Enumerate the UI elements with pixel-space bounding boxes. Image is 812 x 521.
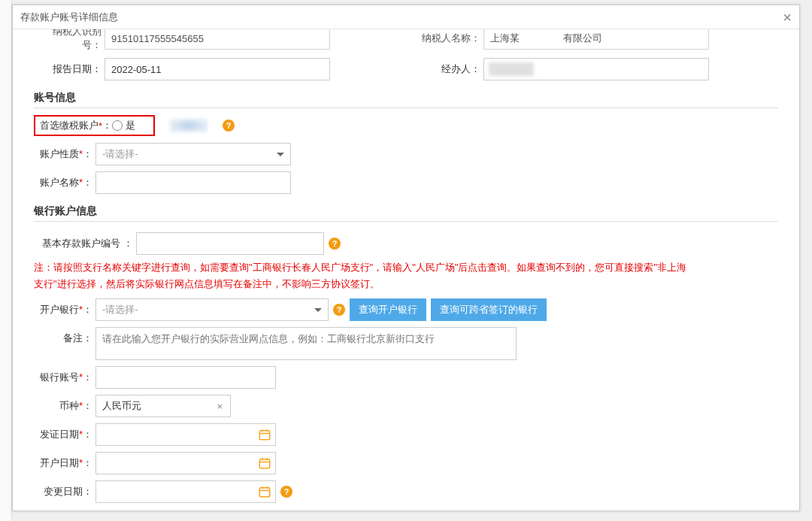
svg-rect-8 — [259, 488, 270, 497]
handler-value-redacted — [489, 62, 534, 76]
remark-label: 备注： — [34, 327, 92, 345]
calendar-icon[interactable] — [256, 426, 273, 443]
clear-icon[interactable]: × — [217, 401, 223, 412]
modal-header: 存款账户账号详细信息 × — [13, 5, 799, 29]
section-account-info: 账号信息 — [34, 91, 778, 105]
remark-textarea[interactable] — [95, 327, 517, 360]
radio-preferred-no-redacted — [170, 119, 208, 132]
help-icon[interactable]: ? — [333, 304, 345, 316]
account-type-label: 账户性质*： — [34, 147, 92, 161]
modal-dialog: 存款账户账号详细信息 × 纳税人识别号： 纳税人名称： 报告日期： 经办人： — [12, 5, 800, 511]
highlight-preferred-tax: 首选缴税账户*： 是 — [34, 115, 155, 136]
report-date-label: 报告日期： — [34, 62, 102, 76]
bank-no-label: 银行账号*： — [34, 371, 92, 384]
radio-preferred-yes-label: 是 — [126, 119, 135, 132]
account-name-input[interactable] — [95, 171, 291, 194]
section-bank-info: 银行账户信息 — [34, 204, 778, 218]
basic-account-no-label: 基本存款账户编号 ： — [34, 237, 133, 250]
change-date-label: 变更日期： — [34, 485, 92, 498]
svg-rect-4 — [259, 459, 270, 468]
preferred-tax-label: 首选缴税账户 — [40, 119, 98, 132]
help-icon[interactable]: ? — [329, 238, 341, 250]
query-open-bank-button[interactable]: 查询开户银行 — [350, 298, 426, 321]
issue-date-input[interactable] — [95, 423, 276, 446]
taxpayer-name-label: 纳税人名称： — [413, 32, 480, 45]
change-date-input[interactable] — [95, 480, 276, 503]
modal-body: 纳税人识别号： 纳税人名称： 报告日期： 经办人： 账号信息 — [13, 29, 799, 510]
help-icon[interactable]: ? — [280, 486, 292, 498]
query-cross-bank-button[interactable]: 查询可跨省签订的银行 — [431, 298, 547, 321]
open-bank-placeholder: -请选择- — [102, 303, 138, 317]
account-type-select[interactable]: -请选择- — [95, 143, 291, 165]
bank-note: 注：请按照支行名称关键字进行查询，如需要查询"工商银行长春人民广场支行"，请输入… — [34, 259, 688, 292]
account-type-placeholder: -请选择- — [102, 147, 138, 161]
open-date-label: 开户日期*： — [34, 456, 92, 470]
close-icon[interactable]: × — [783, 10, 792, 25]
currency-label: 币种*： — [34, 399, 92, 413]
chevron-down-icon — [277, 153, 284, 156]
bank-no-input[interactable] — [95, 366, 276, 389]
modal-title: 存款账户账号详细信息 — [20, 11, 118, 24]
taxpayer-name-input[interactable] — [483, 29, 709, 50]
account-name-label: 账户名称*： — [34, 176, 92, 189]
currency-value: 人民币元 — [102, 399, 214, 413]
taxpayer-id-label: 纳税人识别号： — [34, 29, 102, 52]
help-icon[interactable]: ? — [223, 120, 235, 132]
open-date-input[interactable] — [95, 452, 276, 474]
radio-preferred-yes[interactable] — [112, 120, 123, 131]
open-bank-select[interactable]: -请选择- — [95, 298, 329, 321]
svg-rect-0 — [259, 431, 270, 440]
report-date-input[interactable] — [105, 58, 330, 80]
taxpayer-id-input[interactable] — [105, 29, 330, 50]
basic-account-no-input[interactable] — [136, 232, 324, 255]
issue-date-label: 发证日期*： — [34, 428, 92, 441]
currency-select[interactable]: 人民币元 × — [95, 395, 231, 417]
calendar-icon[interactable] — [256, 455, 273, 471]
open-bank-label: 开户银行*： — [34, 303, 92, 317]
handler-label: 经办人： — [413, 62, 480, 76]
chevron-down-icon — [314, 308, 322, 312]
calendar-icon[interactable] — [256, 483, 273, 500]
